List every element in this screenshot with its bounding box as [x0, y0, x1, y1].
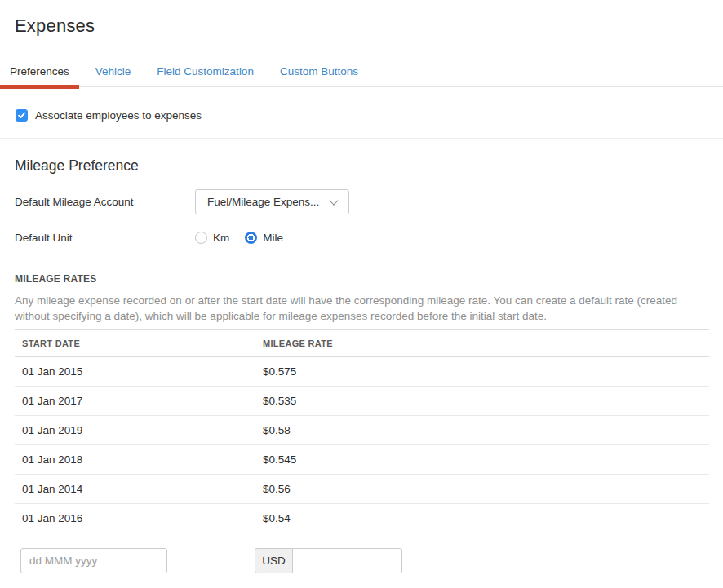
- unit-option-km[interactable]: Km: [195, 232, 229, 244]
- tab-custom-buttons[interactable]: Custom Buttons: [270, 62, 368, 86]
- cell-mileage-rate: $0.54: [255, 504, 709, 533]
- cell-mileage-rate: $0.575: [255, 357, 709, 387]
- cell-start-date: 01 Jan 2018: [15, 445, 255, 475]
- column-header-mileage-rate: MILEAGE RATE: [255, 330, 709, 357]
- mileage-rates-description: Any mileage expense recorded on or after…: [15, 293, 708, 324]
- table-row: 01 Jan 2018 $0.545: [15, 445, 709, 475]
- table-row: 01 Jan 2015 $0.575: [15, 357, 709, 387]
- tabs: PreferencesVehicleField CustomizationCus…: [0, 62, 723, 87]
- section-divider: [0, 138, 723, 139]
- mileage-rates-table: START DATE MILEAGE RATE 01 Jan 2015 $0.5…: [15, 329, 709, 533]
- column-header-start-date: START DATE: [15, 330, 255, 357]
- radio-label: Mile: [263, 232, 283, 244]
- default-unit-label: Default Unit: [15, 232, 195, 244]
- mileage-preference-heading: Mileage Preference: [15, 157, 723, 175]
- currency-prefix: USD: [255, 548, 293, 573]
- default-mileage-account-label: Default Mileage Account: [15, 196, 195, 208]
- cell-mileage-rate: $0.545: [255, 445, 709, 475]
- tab-field-customization[interactable]: Field Customization: [147, 62, 264, 86]
- table-header-row: START DATE MILEAGE RATE: [15, 330, 709, 357]
- cell-mileage-rate: $0.56: [255, 475, 709, 504]
- mileage-rates-heading: MILEAGE RATES: [15, 273, 723, 285]
- table-row: 01 Jan 2017 $0.535: [15, 387, 709, 416]
- tab-vehicle[interactable]: Vehicle: [86, 62, 141, 86]
- cell-mileage-rate: $0.535: [255, 387, 709, 416]
- new-rate-amount-input[interactable]: [293, 548, 402, 573]
- radio-icon: [245, 232, 257, 244]
- table-row: 01 Jan 2014 $0.56: [15, 475, 709, 504]
- cell-start-date: 01 Jan 2015: [15, 357, 255, 387]
- associate-employees-row[interactable]: Associate employees to expenses: [16, 109, 723, 122]
- radio-icon: [195, 232, 207, 244]
- check-icon: [17, 111, 26, 120]
- cell-start-date: 01 Jan 2014: [15, 475, 255, 504]
- cell-start-date: 01 Jan 2019: [15, 416, 255, 445]
- default-unit-options: Km Mile: [195, 232, 283, 244]
- table-row: 01 Jan 2019 $0.58: [15, 416, 709, 445]
- page-title: Expenses: [15, 15, 723, 37]
- new-rate-amount-group: USD: [255, 548, 402, 573]
- cell-start-date: 01 Jan 2017: [15, 387, 255, 416]
- mileage-rates-body: 01 Jan 2015 $0.575 01 Jan 2017 $0.535 01…: [15, 357, 709, 533]
- select-value: Fuel/Mileage Expens...: [207, 196, 319, 208]
- tab-preferences[interactable]: Preferences: [0, 62, 79, 86]
- default-unit-row: Default Unit Km Mile: [15, 232, 723, 244]
- default-mileage-account-row: Default Mileage Account Fuel/Mileage Exp…: [15, 189, 723, 214]
- cell-mileage-rate: $0.58: [255, 416, 709, 445]
- new-rate-row: USD: [20, 548, 723, 573]
- cell-start-date: 01 Jan 2016: [15, 504, 255, 533]
- associate-employees-checkbox[interactable]: [16, 109, 28, 122]
- radio-label: Km: [213, 232, 229, 244]
- unit-option-mile[interactable]: Mile: [245, 232, 283, 244]
- table-row: 01 Jan 2016 $0.54: [15, 504, 709, 533]
- default-mileage-account-select[interactable]: Fuel/Mileage Expens...: [195, 189, 349, 214]
- expenses-settings-page: Expenses PreferencesVehicleField Customi…: [0, 15, 723, 573]
- associate-employees-label: Associate employees to expenses: [35, 109, 202, 122]
- chevron-down-icon: [329, 196, 338, 205]
- new-rate-date-input[interactable]: [20, 548, 167, 573]
